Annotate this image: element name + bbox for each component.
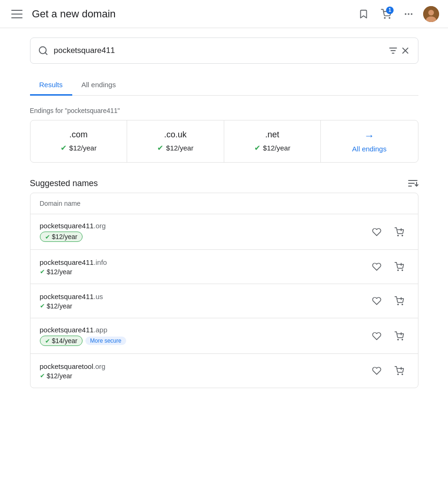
svg-point-3 xyxy=(408,13,410,15)
svg-point-35 xyxy=(397,374,398,375)
sort-icon xyxy=(407,178,418,189)
svg-point-1 xyxy=(389,17,390,18)
cart-add-icon xyxy=(395,331,404,341)
heart-icon xyxy=(372,331,381,341)
svg-point-19 xyxy=(397,235,398,236)
save-domain-5-button[interactable] xyxy=(367,361,386,380)
ending-price-net: $12/year xyxy=(263,144,290,152)
sort-button[interactable] xyxy=(407,178,418,189)
ending-tld-com: .com xyxy=(38,130,120,140)
add-cart-1-button[interactable] xyxy=(390,223,409,241)
price-row-3: ✔ $12/year xyxy=(40,302,103,310)
search-icon xyxy=(38,45,48,56)
ending-price-row-couk: ✔ $12/year xyxy=(135,143,216,152)
ending-tld-net: .net xyxy=(232,130,313,140)
ending-price-row-net: ✔ $12/year xyxy=(232,143,313,152)
svg-point-23 xyxy=(397,270,398,271)
cart-badge: 1 xyxy=(386,7,394,14)
tab-results[interactable]: Results xyxy=(30,75,72,96)
domain-name-1: pocketsquare411.org xyxy=(40,222,106,230)
filter-icon[interactable] xyxy=(388,45,398,56)
all-endings-button[interactable]: → All endings xyxy=(321,120,418,162)
clear-icon[interactable] xyxy=(400,45,410,56)
endings-section-label: Endings for "pocketsquare411" xyxy=(30,107,418,114)
avatar-image xyxy=(423,6,439,22)
cart-add-icon xyxy=(395,366,404,375)
heart-icon xyxy=(372,262,381,271)
svg-point-32 xyxy=(402,339,402,340)
price-row-1: ✔ $12/year xyxy=(40,232,106,242)
header: Get a new domain 1 xyxy=(0,0,448,28)
endings-card: .com ✔ $12/year .co.uk ✔ $12/year .net ✔ xyxy=(30,120,418,163)
result-left-3: pocketsquare411.us ✔ $12/year xyxy=(40,292,103,310)
add-cart-4-button[interactable] xyxy=(390,327,409,345)
svg-point-24 xyxy=(402,270,402,271)
price-row-5: ✔ $12/year xyxy=(40,372,106,380)
domain-name-3: pocketsquare411.us xyxy=(40,292,103,300)
result-right-5 xyxy=(367,361,409,380)
svg-point-36 xyxy=(402,374,402,375)
save-domain-3-button[interactable] xyxy=(367,292,386,310)
table-header: Domain name xyxy=(30,193,418,214)
all-endings-label: All endings xyxy=(352,145,387,153)
bookmark-icon xyxy=(358,9,369,19)
tab-all-endings[interactable]: All endings xyxy=(72,75,125,96)
svg-point-20 xyxy=(402,235,402,236)
add-cart-2-button[interactable] xyxy=(390,257,409,276)
more-options-button[interactable] xyxy=(399,5,418,23)
svg-point-28 xyxy=(402,304,402,305)
price-tag-4: ✔ $14/year xyxy=(40,336,83,346)
suggested-header: Suggested names xyxy=(30,178,418,189)
endings-grid: .com ✔ $12/year .co.uk ✔ $12/year .net ✔ xyxy=(30,120,418,162)
check-icon-com: ✔ xyxy=(61,143,67,152)
ending-couk[interactable]: .co.uk ✔ $12/year xyxy=(127,120,224,162)
price-row-4: ✔ $14/year More secure xyxy=(40,336,126,346)
table-row: pocketsquare411.app ✔ $14/year More secu… xyxy=(30,318,418,354)
price-tag-2: ✔ $12/year xyxy=(40,268,72,276)
add-cart-3-button[interactable] xyxy=(390,292,409,310)
price-tag-5: ✔ $12/year xyxy=(40,372,72,380)
svg-point-6 xyxy=(428,10,434,15)
heart-icon xyxy=(372,227,381,237)
price-tag-3: ✔ $12/year xyxy=(40,302,72,310)
cart-add-icon xyxy=(395,262,404,271)
result-right-4 xyxy=(367,327,409,345)
menu-button[interactable] xyxy=(8,5,26,23)
svg-point-4 xyxy=(411,13,413,15)
svg-line-9 xyxy=(45,52,47,54)
save-domain-2-button[interactable] xyxy=(367,257,386,276)
result-left-1: pocketsquare411.org ✔ $12/year xyxy=(40,222,106,242)
svg-point-27 xyxy=(397,304,398,305)
results-table: Domain name pocketsquare411.org ✔ $12/ye… xyxy=(30,193,418,388)
ending-com[interactable]: .com ✔ $12/year xyxy=(30,120,128,162)
main-content: Results All endings Endings for "pockets… xyxy=(23,28,426,398)
avatar xyxy=(423,6,439,22)
secure-badge-4: More secure xyxy=(85,337,126,345)
check-icon-couk: ✔ xyxy=(157,143,163,152)
suggested-title: Suggested names xyxy=(30,179,98,188)
save-domain-1-button[interactable] xyxy=(367,223,386,241)
table-row: pocketsquare411.info ✔ $12/year xyxy=(30,250,418,284)
price-row-2: ✔ $12/year xyxy=(40,268,107,276)
save-domain-4-button[interactable] xyxy=(367,327,386,345)
svg-point-0 xyxy=(384,17,385,18)
ending-net[interactable]: .net ✔ $12/year xyxy=(224,120,321,162)
ending-price-row-com: ✔ $12/year xyxy=(38,143,120,152)
header-right: 1 xyxy=(354,5,440,23)
domain-name-5: pocketsquaretool.org xyxy=(40,362,106,370)
result-right-1 xyxy=(367,223,409,241)
domain-name-4: pocketsquare411.app xyxy=(40,326,126,334)
search-input[interactable] xyxy=(54,46,384,55)
avatar-button[interactable] xyxy=(422,5,440,23)
domain-name-2: pocketsquare411.info xyxy=(40,258,107,266)
table-row: pocketsquare411.us ✔ $12/year xyxy=(30,284,418,318)
svg-point-2 xyxy=(405,13,407,15)
cart-button[interactable]: 1 xyxy=(377,5,395,23)
tabs: Results All endings xyxy=(30,75,418,96)
svg-point-31 xyxy=(397,339,398,340)
result-left-5: pocketsquaretool.org ✔ $12/year xyxy=(40,362,106,380)
save-button[interactable] xyxy=(354,5,373,23)
heart-icon xyxy=(372,296,381,306)
add-cart-5-button[interactable] xyxy=(390,361,409,380)
table-row: pocketsquare411.org ✔ $12/year xyxy=(30,214,418,250)
